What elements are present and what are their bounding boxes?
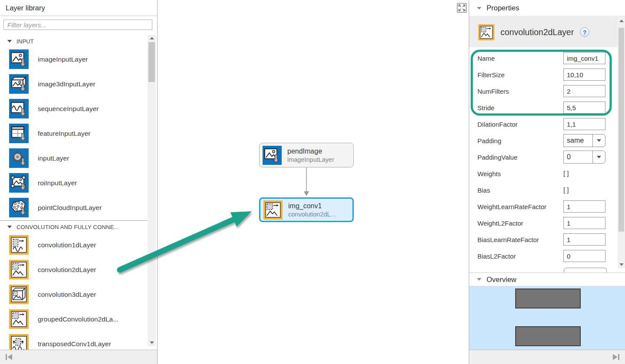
network-canvas[interactable]: pendImage imageInputLayer img_conv1 conv… bbox=[158, 0, 469, 364]
scroll-down-button[interactable] bbox=[148, 339, 156, 346]
layer-library-item-convolution2dlayer[interactable]: convolution2dLayer bbox=[0, 257, 148, 282]
node-pendimage[interactable]: pendImage imageInputLayer bbox=[259, 143, 354, 167]
property-control: 0 bbox=[563, 151, 605, 164]
property-control bbox=[563, 52, 605, 64]
layer-item-label: inputLayer bbox=[38, 154, 69, 162]
section-header-convolution[interactable]: CONVOLUTION AND FULLY CONNE... bbox=[0, 221, 148, 233]
prop-input-numfilters[interactable] bbox=[563, 85, 605, 97]
chevron-down-icon bbox=[597, 156, 601, 158]
conv2d-icon bbox=[9, 260, 29, 279]
sidebar-bottom-bar bbox=[0, 350, 157, 364]
properties-scrollbar[interactable] bbox=[618, 17, 625, 268]
layer-library-item-convolution1dlayer[interactable]: convolution1dLayer bbox=[0, 233, 148, 257]
property-control bbox=[563, 85, 605, 97]
prop-input-filtersize[interactable] bbox=[563, 69, 605, 81]
layer-library-item-inputlayer[interactable]: inputLayer bbox=[0, 146, 148, 171]
layer-item-label: sequenceInputLayer bbox=[38, 105, 99, 113]
conv3d-icon bbox=[9, 285, 29, 304]
prop-value-weights: [ ] bbox=[563, 170, 569, 177]
collapse-panel-right-icon[interactable] bbox=[611, 354, 621, 361]
layer-library-item-groupedconvolution2dla[interactable]: groupedConvolution2dLa... bbox=[0, 307, 148, 331]
prop-input-weightl2factor[interactable] bbox=[563, 217, 605, 229]
overview-minimap[interactable] bbox=[469, 286, 625, 350]
property-label: Name bbox=[477, 55, 563, 62]
layer-list-scrollbar[interactable] bbox=[148, 35, 156, 346]
collapse-panel-left-icon[interactable] bbox=[4, 354, 14, 361]
prop-input-dilationfactor[interactable] bbox=[563, 118, 605, 130]
property-control bbox=[563, 250, 605, 262]
overview-header[interactable]: Overview bbox=[469, 273, 625, 286]
section-label: INPUT bbox=[16, 38, 34, 45]
prop-input-name[interactable] bbox=[563, 52, 605, 64]
scrollbar-thumb[interactable] bbox=[148, 42, 155, 82]
convolution2dLayer-icon bbox=[478, 24, 494, 40]
arrow-down-icon bbox=[150, 341, 154, 344]
property-control: [ ] bbox=[563, 170, 605, 177]
layer-library-item-sequenceinputlayer[interactable]: sequenceInputLayer bbox=[0, 96, 148, 121]
layer-library-item-pointcloudinputlayer[interactable]: pointCloudInputLayer bbox=[0, 195, 148, 220]
properties-header[interactable]: Properties bbox=[469, 0, 625, 16]
dropdown-button[interactable] bbox=[593, 151, 605, 163]
overview-header-label: Overview bbox=[487, 275, 516, 284]
prop-dropdown-paddingvalue[interactable]: 0 bbox=[563, 151, 605, 164]
property-control bbox=[563, 217, 605, 229]
collapse-triangle-icon[interactable] bbox=[477, 278, 481, 281]
node-title: pendImage bbox=[287, 147, 334, 156]
layer-library-item-roiinputlayer[interactable]: roiInputLayer bbox=[0, 171, 148, 195]
property-row-numfilters: NumFilters bbox=[469, 83, 618, 99]
prop-dropdown-padding[interactable]: same bbox=[563, 134, 605, 147]
prop-value-bias: [ ] bbox=[563, 186, 569, 193]
dropdown-button[interactable] bbox=[593, 134, 605, 147]
prop-input-weightlearnratefactor[interactable] bbox=[563, 200, 605, 213]
collapse-triangle-icon[interactable] bbox=[7, 40, 12, 43]
layer-library-item-imageinputlayer[interactable]: imageInputLayer bbox=[0, 47, 148, 72]
property-label: Weights bbox=[477, 170, 563, 177]
property-fields: NameFilterSizeNumFiltersStrideDilationFa… bbox=[469, 50, 618, 264]
props-bottom-bar bbox=[469, 350, 625, 364]
section-header-input[interactable]: INPUT bbox=[0, 36, 148, 47]
property-label: WeightL2Factor bbox=[477, 220, 563, 227]
layer-item-label: image3dInputLayer bbox=[38, 80, 95, 88]
layer-library-item-image3dinputlayer[interactable]: image3dInputLayer bbox=[0, 72, 148, 96]
property-label: BiasLearnRateFactor bbox=[477, 236, 563, 243]
help-button[interactable]: ? bbox=[580, 27, 589, 37]
node-img-conv1[interactable]: img_conv1 convolution2dL… bbox=[259, 197, 354, 222]
property-row-weightl2factor: WeightL2Factor bbox=[469, 215, 618, 231]
prop-input-biaslearnratefactor[interactable] bbox=[563, 233, 605, 246]
collapse-triangle-icon[interactable] bbox=[7, 226, 12, 228]
scroll-up-button[interactable] bbox=[618, 17, 625, 24]
arrow-up-icon bbox=[150, 37, 154, 39]
layer-item-label: convolution1dLayer bbox=[38, 241, 96, 249]
collapse-triangle-icon[interactable] bbox=[477, 7, 481, 10]
scroll-up-button[interactable] bbox=[148, 35, 156, 42]
prop-input-biasl2factor[interactable] bbox=[563, 250, 605, 262]
layer-list: INPUTimageInputLayerimage3dInputLayerseq… bbox=[0, 35, 148, 350]
property-control: [ ] bbox=[563, 186, 605, 194]
property-control bbox=[563, 200, 605, 213]
property-label: BiasL2Factor bbox=[477, 253, 563, 260]
layer-library-panel: Layer library INPUTimageInputLayerimage3… bbox=[0, 0, 158, 364]
property-row-biaslearnratefactor: BiasLearnRateFactor bbox=[469, 231, 618, 248]
expand-canvas-button[interactable] bbox=[457, 3, 467, 13]
layer-library-title: Layer library bbox=[0, 0, 157, 16]
layer-item-label: roiInputLayer bbox=[38, 179, 77, 187]
scroll-down-button[interactable] bbox=[618, 261, 625, 268]
pointcloud-input-icon bbox=[9, 198, 29, 217]
edge-layer bbox=[158, 0, 469, 364]
scrollbar-thumb[interactable] bbox=[618, 28, 624, 232]
transposed-conv1d-icon bbox=[9, 334, 29, 350]
image-input-icon bbox=[9, 49, 29, 69]
layer-library-item-transposedconv1dlayer[interactable]: transposedConv1dLayer bbox=[0, 331, 148, 350]
filter-layers-input[interactable] bbox=[3, 20, 152, 30]
convolution2dLayer-icon bbox=[263, 200, 283, 220]
layer-library-item-convolution3dlayer[interactable]: convolution3dLayer bbox=[0, 282, 148, 307]
node-subtitle: imageInputLayer bbox=[287, 156, 334, 164]
property-control bbox=[563, 118, 605, 130]
property-label: NumFilters bbox=[477, 88, 563, 95]
imageInputLayer-icon bbox=[263, 146, 282, 165]
layer-library-item-featureinputlayer[interactable]: featureInputLayer bbox=[0, 121, 148, 146]
section-divider bbox=[0, 220, 148, 221]
chevron-down-icon bbox=[597, 139, 601, 142]
prop-input-stride[interactable] bbox=[563, 102, 605, 114]
node-subtitle: convolution2dL… bbox=[288, 210, 337, 218]
